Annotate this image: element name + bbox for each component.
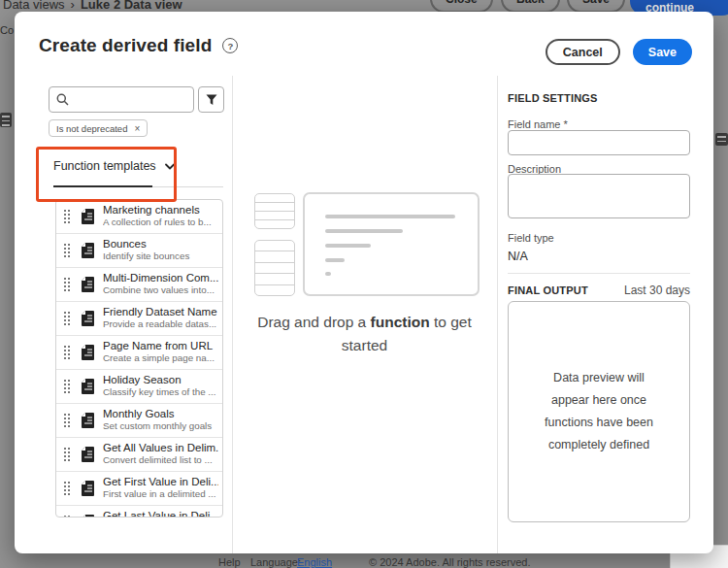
function-template-icon bbox=[82, 379, 94, 398]
final-output-heading: FINAL OUTPUT bbox=[508, 284, 588, 296]
breadcrumb-separator: › bbox=[71, 0, 75, 12]
template-title: Marketing channels bbox=[103, 204, 218, 217]
template-description: Combine two values into... bbox=[103, 284, 218, 296]
background-text-fragment: Co bbox=[0, 24, 14, 36]
annotation-highlight-rect bbox=[36, 147, 177, 202]
required-asterisk: * bbox=[563, 118, 567, 130]
divider bbox=[508, 273, 690, 274]
drag-handle-icon[interactable] bbox=[64, 278, 70, 295]
breadcrumb-current: Luke 2 Data view bbox=[81, 0, 182, 12]
divider bbox=[232, 76, 233, 553]
drag-handle-icon[interactable] bbox=[64, 346, 70, 363]
template-description: Provide a readable datas... bbox=[103, 318, 218, 330]
drag-handle-icon[interactable] bbox=[64, 516, 70, 518]
placeholder-list-graphic bbox=[254, 193, 295, 229]
save-button[interactable]: Save bbox=[633, 39, 692, 65]
template-description: Set custom monthly goals bbox=[103, 420, 218, 432]
data-preview-box: Data preview will appear here once funct… bbox=[508, 301, 690, 522]
template-title: Bounces bbox=[103, 238, 218, 251]
footer-language-label: Language: bbox=[250, 556, 301, 568]
drag-handle-icon[interactable] bbox=[64, 312, 70, 329]
drag-handle-icon[interactable] bbox=[64, 380, 70, 397]
footer-language-link[interactable]: English bbox=[297, 556, 332, 568]
drag-handle-icon[interactable] bbox=[64, 414, 70, 431]
dialog-title: Create derived field bbox=[39, 35, 212, 56]
template-row-get-all-values[interactable]: Get All Values in Delim... Convert delim… bbox=[56, 438, 222, 472]
search-box bbox=[49, 86, 194, 113]
screen: Data views › Luke 2 Data view Close Back… bbox=[0, 0, 728, 568]
help-icon[interactable]: ? bbox=[222, 38, 238, 53]
template-description: Convert delimited list to ... bbox=[103, 454, 218, 466]
remove-tag-icon[interactable]: × bbox=[134, 123, 140, 134]
template-title: Get Last Value in Deli... bbox=[103, 510, 218, 518]
template-row-page-name-from-url[interactable]: Page Name from URL Create a simple page … bbox=[56, 336, 222, 370]
template-title: Friendly Dataset Name bbox=[103, 306, 218, 318]
create-derived-field-dialog: Create derived field ? Cancel Save Is no… bbox=[15, 12, 713, 553]
placeholder-list-graphic bbox=[254, 240, 295, 296]
template-row-friendly-dataset-name[interactable]: Friendly Dataset Name Provide a readable… bbox=[56, 302, 222, 336]
field-settings-heading: FIELD SETTINGS bbox=[508, 92, 598, 104]
function-template-icon bbox=[82, 413, 94, 432]
footer-help-link[interactable]: Help bbox=[218, 556, 241, 568]
template-description: First value in a delimited ... bbox=[103, 488, 218, 500]
hint-text: Drag and drop a bbox=[257, 314, 370, 330]
function-templates-dropdown[interactable]: Function templates bbox=[53, 159, 175, 173]
template-description: Create a simple page na... bbox=[103, 352, 218, 364]
function-template-icon bbox=[82, 243, 94, 262]
field-name-input[interactable] bbox=[508, 130, 690, 155]
search-input[interactable] bbox=[75, 93, 186, 107]
function-template-icon bbox=[82, 447, 94, 466]
function-template-icon bbox=[82, 345, 94, 364]
function-template-icon bbox=[82, 481, 94, 500]
footer-copyright: © 2024 Adobe. All rights reserved. bbox=[369, 556, 530, 568]
template-title: Get First Value in Deli... bbox=[103, 476, 218, 488]
data-preview-placeholder: Data preview will appear here once funct… bbox=[535, 367, 663, 457]
breadcrumb-parent-link[interactable]: Data views bbox=[3, 0, 65, 12]
template-description: A collection of rules to b... bbox=[103, 217, 218, 228]
drag-handle-icon[interactable] bbox=[64, 244, 70, 261]
field-type-value: N/A bbox=[508, 250, 528, 263]
template-row-multi-dimension[interactable]: Multi-Dimension Com... Combine two value… bbox=[56, 268, 222, 302]
hint-text-bold: function bbox=[371, 314, 430, 330]
function-template-icon bbox=[82, 515, 94, 518]
template-title: Monthly Goals bbox=[103, 408, 218, 420]
filter-tag-not-deprecated[interactable]: Is not deprecated × bbox=[49, 119, 148, 137]
breadcrumb: Data views › Luke 2 Data view bbox=[3, 0, 182, 12]
function-templates-label: Function templates bbox=[53, 159, 156, 173]
drop-zone-hint[interactable]: Drag and drop a function to get started bbox=[248, 311, 481, 357]
description-textarea[interactable] bbox=[508, 174, 690, 218]
placeholder-card-graphic bbox=[303, 192, 480, 296]
field-name-label-text: Field name bbox=[508, 118, 560, 130]
function-template-icon bbox=[82, 277, 94, 296]
drag-handle-icon[interactable] bbox=[64, 210, 70, 227]
filter-button[interactable] bbox=[198, 86, 224, 113]
template-row-holiday-season[interactable]: Holiday Season Classify key times of the… bbox=[56, 370, 222, 404]
search-icon bbox=[56, 93, 69, 106]
template-title: Holiday Season bbox=[103, 374, 218, 386]
filter-funnel-icon bbox=[206, 94, 217, 106]
template-title: Page Name from URL bbox=[103, 340, 218, 352]
cancel-button[interactable]: Cancel bbox=[546, 39, 620, 65]
function-template-icon bbox=[82, 311, 94, 330]
drag-handle-icon[interactable] bbox=[64, 448, 70, 465]
template-row-get-last-value[interactable]: Get Last Value in Deli... bbox=[56, 506, 222, 518]
active-tab-underline bbox=[53, 185, 152, 187]
template-row-get-first-value[interactable]: Get First Value in Deli... First value i… bbox=[56, 472, 222, 506]
drag-handle-icon[interactable] bbox=[64, 482, 70, 499]
left-panel-icon[interactable] bbox=[0, 113, 12, 127]
field-name-label: Field name * bbox=[508, 118, 568, 130]
field-type-label: Field type bbox=[508, 232, 554, 244]
right-panel-icon[interactable] bbox=[715, 133, 728, 146]
function-template-icon bbox=[82, 209, 94, 228]
template-description: Classify key times of the ... bbox=[103, 386, 218, 398]
template-row-marketing-channels[interactable]: Marketing channels A collection of rules… bbox=[56, 200, 222, 234]
template-row-bounces[interactable]: Bounces Identify site bounces bbox=[56, 234, 222, 268]
template-description: Identify site bounces bbox=[103, 251, 218, 262]
function-template-list: Marketing channels A collection of rules… bbox=[55, 199, 223, 518]
divider bbox=[497, 76, 498, 553]
template-row-monthly-goals[interactable]: Monthly Goals Set custom monthly goals bbox=[56, 404, 222, 438]
template-title: Get All Values in Delim... bbox=[103, 442, 218, 454]
template-title: Multi-Dimension Com... bbox=[103, 272, 218, 284]
filter-tag-label: Is not deprecated bbox=[56, 123, 127, 134]
chevron-down-icon bbox=[165, 163, 175, 170]
